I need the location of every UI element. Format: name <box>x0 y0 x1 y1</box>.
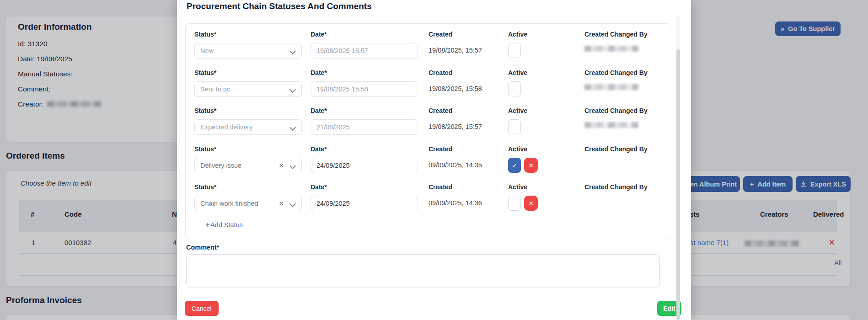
changed-by-label: Created Changed By <box>584 145 648 153</box>
status-select-value: Delivery issue <box>200 162 241 169</box>
active-label: Active <box>508 183 527 191</box>
active-checkbox[interactable] <box>508 43 521 58</box>
date-input[interactable] <box>311 196 418 211</box>
plus-icon: + <box>205 220 210 229</box>
clear-selection-icon[interactable]: ✕ <box>279 162 284 169</box>
date-label: Date* <box>311 31 327 38</box>
created-label: Created <box>429 31 452 38</box>
status-label: Status* <box>194 31 216 38</box>
created-label: Created <box>429 69 452 76</box>
status-select[interactable]: Expected delivery <box>194 119 302 135</box>
status-select[interactable]: New <box>194 43 302 59</box>
check-icon: ✓ <box>512 162 517 169</box>
active-label: Active <box>508 107 527 114</box>
modal-title: Procurement Chain Statuses And Comments <box>187 1 372 11</box>
status-select[interactable]: Delivery issue ✕ <box>194 158 302 173</box>
app-root: Order Information Id: 31320 Date: 19/08/… <box>0 0 868 320</box>
active-checked-button[interactable]: ✓ <box>508 158 521 173</box>
status-row: Status* Expected delivery Date* Created … <box>194 107 664 139</box>
remove-status-button[interactable]: ✕ <box>524 158 538 173</box>
procurement-chain-modal: Procurement Chain Statuses And Comments … <box>177 0 691 320</box>
active-label: Active <box>508 145 527 153</box>
modal-scrollbar-track[interactable] <box>676 16 680 320</box>
changed-by-label: Created Changed By <box>584 183 648 191</box>
chevron-down-icon <box>289 124 296 131</box>
statuses-panel: Status* New Date* Created 19/08/2025, 15… <box>185 23 671 239</box>
cancel-button[interactable]: Cancel <box>185 301 219 316</box>
date-label: Date* <box>311 183 327 191</box>
add-status-label: Add Status <box>210 221 243 229</box>
modal-scrollbar-thumb[interactable] <box>676 49 680 320</box>
edit-label: Edit <box>663 305 675 312</box>
chevron-down-icon <box>289 201 296 207</box>
status-select[interactable]: Chain work finished ✕ <box>194 196 302 211</box>
changed-by-label: Created Changed By <box>584 31 648 38</box>
status-label: Status* <box>194 183 216 191</box>
x-icon: ✕ <box>528 162 534 169</box>
clear-selection-icon[interactable]: ✕ <box>279 200 284 207</box>
remove-status-button[interactable]: ✕ <box>524 196 538 211</box>
comment-textarea[interactable] <box>186 254 660 288</box>
created-label: Created <box>429 107 452 114</box>
date-input[interactable] <box>311 119 418 135</box>
changed-by-label: Created Changed By <box>584 107 648 114</box>
date-input[interactable] <box>311 158 418 173</box>
changed-by-redacted-name <box>584 122 638 128</box>
date-input[interactable] <box>311 43 418 59</box>
status-row: Status* Sent to qc Date* Created 19/08/2… <box>194 69 664 101</box>
active-label: Active <box>508 69 527 76</box>
created-value: 19/08/2025, 15:57 <box>429 47 482 54</box>
date-label: Date* <box>311 69 327 76</box>
active-checkbox[interactable] <box>508 119 521 134</box>
status-select-value: Chain work finished <box>200 200 258 207</box>
created-value: 19/08/2025, 15:58 <box>429 85 482 92</box>
created-value: 19/08/2025, 15:57 <box>429 123 482 130</box>
status-label: Status* <box>194 145 216 153</box>
x-icon: ✕ <box>528 200 534 207</box>
add-status-button[interactable]: + Add Status <box>205 220 243 229</box>
active-checkbox[interactable] <box>508 196 521 211</box>
status-label: Status* <box>194 107 216 114</box>
chevron-down-icon <box>289 86 296 93</box>
changed-by-label: Created Changed By <box>584 69 648 76</box>
created-label: Created <box>429 183 452 191</box>
comment-label: Comment* <box>186 244 220 251</box>
chevron-down-icon <box>289 163 296 169</box>
cancel-label: Cancel <box>192 305 212 312</box>
active-label: Active <box>508 31 527 38</box>
changed-by-redacted-name <box>584 46 638 52</box>
created-value: 09/09/2025, 14:36 <box>429 199 482 207</box>
date-input[interactable] <box>311 81 418 97</box>
changed-by-redacted-name <box>584 84 638 90</box>
status-select-value: New <box>200 47 214 54</box>
date-label: Date* <box>311 145 327 153</box>
status-row: Status* Delivery issue ✕ Date* Created 0… <box>194 145 664 177</box>
chevron-down-icon <box>289 48 296 54</box>
status-row: Status* Chain work finished ✕ Date* Crea… <box>194 183 664 215</box>
status-select-value: Sent to qc <box>200 85 230 93</box>
created-value: 09/09/2025, 14:35 <box>429 161 482 169</box>
created-label: Created <box>429 145 452 153</box>
active-checkbox[interactable] <box>508 81 521 96</box>
status-row: Status* New Date* Created 19/08/2025, 15… <box>194 31 664 63</box>
date-label: Date* <box>311 107 327 114</box>
status-label: Status* <box>194 69 216 76</box>
status-select-value: Expected delivery <box>200 123 252 131</box>
status-select[interactable]: Sent to qc <box>194 81 302 97</box>
